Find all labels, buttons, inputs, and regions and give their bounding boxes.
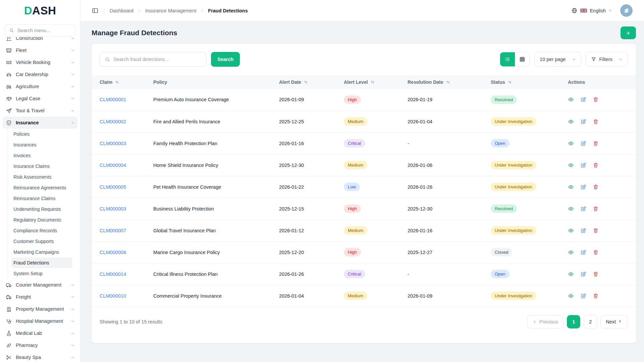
delete-action-button[interactable] xyxy=(593,206,599,212)
language-switcher[interactable]: English xyxy=(571,7,612,14)
previous-page-button[interactable]: Previous xyxy=(527,315,564,328)
delete-action-button[interactable] xyxy=(593,271,599,277)
sidebar-subitem-insurance-claims[interactable]: Insurance Claims xyxy=(11,161,72,172)
delete-action-button[interactable] xyxy=(593,293,599,299)
claim-link[interactable]: CLM000014 xyxy=(100,272,126,277)
view-action-button[interactable] xyxy=(568,140,574,146)
sidebar-item-freight[interactable]: Freight xyxy=(3,291,77,303)
edit-action-button[interactable] xyxy=(580,206,586,212)
next-page-button[interactable]: Next xyxy=(600,315,628,328)
sidebar-item-agriculture[interactable]: Agriculture xyxy=(3,80,77,93)
sidebar-subitem-reinsurance-claims[interactable]: Reinsurance Claims xyxy=(11,193,72,204)
sidebar-subitem-policies[interactable]: Policies xyxy=(11,129,72,139)
claim-link[interactable]: CLM000002 xyxy=(100,119,126,124)
delete-action-button[interactable] xyxy=(593,97,599,103)
page-button-1[interactable]: 1 xyxy=(567,315,580,328)
user-avatar[interactable] xyxy=(620,4,633,17)
edit-action-button[interactable] xyxy=(580,184,586,190)
status-cell: Under Investigation xyxy=(491,111,568,132)
search-button[interactable]: Search xyxy=(211,52,240,67)
view-action-button[interactable] xyxy=(568,293,574,299)
column-header-alert-level[interactable]: Alert Level xyxy=(344,75,408,89)
policy-cell: Fire and Allied Perils Insurance xyxy=(153,111,279,132)
sidebar-item-hospital-management[interactable]: Hospital Management xyxy=(3,315,77,327)
sidebar-item-pharmacy[interactable]: Pharmacy xyxy=(3,339,77,351)
sidebar-subitem-reinsurance-agreements[interactable]: Reinsurance Agreements xyxy=(11,182,72,193)
claim-link[interactable]: CLM000004 xyxy=(100,163,126,168)
delete-action-button[interactable] xyxy=(593,249,599,255)
claim-link[interactable]: CLM000010 xyxy=(100,293,126,299)
column-header-alert-date[interactable]: Alert Date xyxy=(279,75,344,89)
view-action-button[interactable] xyxy=(568,162,574,168)
sidebar-item-vehicle-booking[interactable]: Vehicle Booking xyxy=(3,56,77,68)
claim-link[interactable]: CLM000007 xyxy=(100,228,126,233)
column-header-claim[interactable]: Claim xyxy=(92,75,153,89)
table-search[interactable] xyxy=(100,52,206,67)
sidebar-subitem-invoices[interactable]: Invoices xyxy=(11,150,72,161)
sidebar-item-property-management[interactable]: Property Management xyxy=(3,303,77,315)
edit-action-button[interactable] xyxy=(580,271,586,277)
sidebar-item-courier-management[interactable]: Courier Management xyxy=(3,279,77,291)
edit-action-button[interactable] xyxy=(580,162,586,168)
sidebar-item-fleet[interactable]: Fleet xyxy=(3,44,77,56)
view-action-button[interactable] xyxy=(568,249,574,255)
sidebar-item-beauty-spa[interactable]: Beauty Spa xyxy=(3,351,77,362)
sidebar-item-tour-travel[interactable]: Tour & Travel xyxy=(3,105,77,117)
sidebar-search[interactable] xyxy=(5,24,75,37)
breadcrumb-item-insurance-management[interactable]: Insurance Management xyxy=(145,8,196,13)
edit-action-button[interactable] xyxy=(580,140,586,146)
view-action-button[interactable] xyxy=(568,184,574,190)
per-page-select[interactable]: 10 per page xyxy=(534,52,581,67)
sidebar-search-input[interactable] xyxy=(17,28,80,33)
sidebar-subitem-marketing-campaigns[interactable]: Marketing Campaigns xyxy=(11,247,72,257)
delete-action-button[interactable] xyxy=(593,162,599,168)
sidebar-subitem-risk-assessments[interactable]: Risk Assessments xyxy=(11,172,72,182)
delete-action-button[interactable] xyxy=(593,228,599,234)
edit-action-button[interactable] xyxy=(580,97,586,103)
logo-rest: ASH xyxy=(32,4,56,17)
sidebar-toggle-icon[interactable] xyxy=(92,7,99,14)
sidebar-item-construction[interactable]: Construction xyxy=(3,37,77,44)
sidebar-subitem-underwriting-requests[interactable]: Underwriting Requests xyxy=(11,204,72,215)
add-fraud-detection-button[interactable]: + xyxy=(621,26,636,39)
edit-action-button[interactable] xyxy=(580,119,586,125)
claim-link[interactable]: CLM000008 xyxy=(100,250,126,255)
sidebar-item-insurance[interactable]: Insurance xyxy=(3,117,77,129)
view-action-button[interactable] xyxy=(568,119,574,125)
status-cell: Resolved xyxy=(491,198,568,220)
badge-critical: Critical xyxy=(344,270,365,278)
sidebar-subitem-fraud-detections[interactable]: Fraud Detections xyxy=(11,257,72,268)
breadcrumb-item-dashboard[interactable]: Dashboard xyxy=(110,8,133,13)
sidebar-subitem-compliance-records[interactable]: Compliance Records xyxy=(11,225,72,236)
filters-button[interactable]: Filters xyxy=(586,52,628,67)
claim-link[interactable]: CLM000003 xyxy=(100,141,126,146)
sidebar-submenu-insurance: PoliciesInsurancesInvoicesInsurance Clai… xyxy=(3,129,77,279)
column-header-status[interactable]: Status xyxy=(491,75,568,89)
delete-action-button[interactable] xyxy=(593,140,599,146)
claim-link[interactable]: CLM000003 xyxy=(100,206,126,212)
column-header-resolution-date[interactable]: Resolution Date xyxy=(408,75,491,89)
view-action-button[interactable] xyxy=(568,97,574,103)
claim-link[interactable]: CLM000005 xyxy=(100,184,126,190)
edit-action-button[interactable] xyxy=(580,228,586,234)
sidebar-subitem-system-setup[interactable]: System Setup xyxy=(11,268,72,279)
edit-action-button[interactable] xyxy=(580,293,586,299)
sidebar-item-legal-case[interactable]: Legal Case xyxy=(3,93,77,105)
list-view-button[interactable] xyxy=(500,52,515,66)
page-button-2[interactable]: 2 xyxy=(584,315,597,328)
sidebar-item-medical-lab[interactable]: Medical Lab xyxy=(3,327,77,339)
sidebar-item-car-dealership[interactable]: Car Dealership xyxy=(3,68,77,80)
view-action-button[interactable] xyxy=(568,271,574,277)
claim-link[interactable]: CLM000001 xyxy=(100,97,126,102)
delete-action-button[interactable] xyxy=(593,119,599,125)
grid-view-button[interactable] xyxy=(515,52,530,66)
sidebar-subitem-customer-supports[interactable]: Customer Supports xyxy=(11,236,72,247)
sidebar-subitem-regulatory-documents[interactable]: Regulatory Documents xyxy=(11,215,72,225)
property-icon xyxy=(6,306,12,312)
sidebar-subitem-insurances[interactable]: Insurances xyxy=(11,139,72,150)
delete-action-button[interactable] xyxy=(593,184,599,190)
view-action-button[interactable] xyxy=(568,206,574,212)
table-search-input[interactable] xyxy=(113,57,201,62)
edit-action-button[interactable] xyxy=(580,249,586,255)
view-action-button[interactable] xyxy=(568,228,574,234)
